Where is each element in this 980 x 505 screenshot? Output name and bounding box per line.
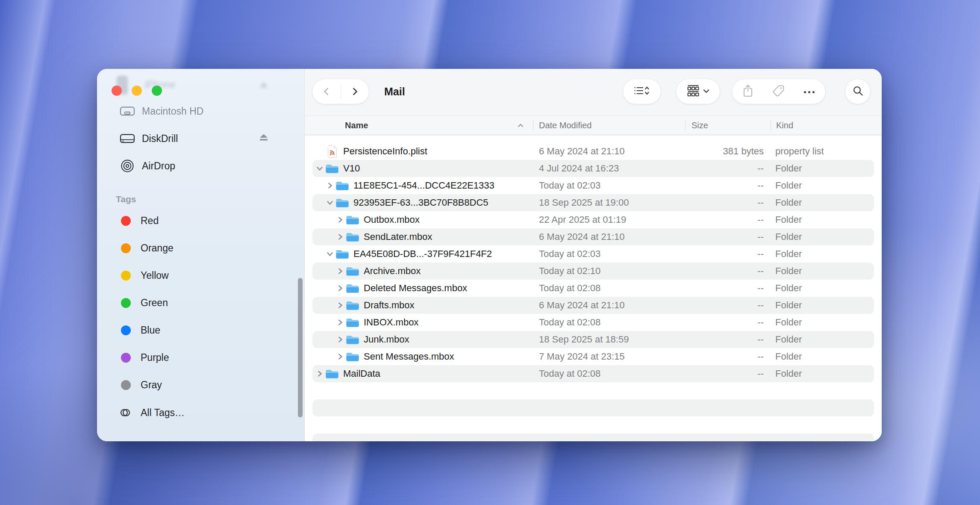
table-row[interactable]: MailDataToday at 02:08--Folder (312, 365, 874, 382)
column-header-date-modified[interactable]: Date Modified (539, 116, 592, 135)
folder-icon (325, 163, 339, 174)
chevron-right-icon[interactable] (335, 284, 346, 292)
list-view-sort-button[interactable] (623, 79, 661, 104)
sidebar-tag-blue[interactable]: Blue (97, 316, 304, 344)
forward-button[interactable] (341, 79, 369, 104)
column-headers: Name Date Modified Size Kind (305, 115, 882, 135)
tag-button[interactable] (772, 85, 785, 99)
chevron-right-icon[interactable] (335, 319, 346, 326)
table-row[interactable]: 923953EF-63...3BC70F8B8DC518 Sep 2025 at… (312, 194, 874, 211)
chevron-right-icon[interactable] (335, 267, 346, 275)
column-header-kind[interactable]: Kind (776, 116, 793, 135)
chevron-right-icon[interactable] (335, 233, 346, 241)
all-tags-label: All Tags… (141, 407, 185, 419)
table-row[interactable]: Junk.mbox18 Sep 2025 at 18:59--Folder (312, 331, 874, 348)
chevron-right-icon[interactable] (335, 353, 346, 360)
sidebar-item-diskdrill[interactable]: DiskDrill (97, 125, 304, 152)
table-row[interactable]: PersistenceInfo.plist6 May 2024 at 21:10… (312, 143, 874, 160)
kind-cell: property list (775, 143, 824, 160)
kind-cell: Folder (775, 331, 802, 348)
table-row[interactable]: Archive.mboxToday at 02:10--Folder (312, 263, 874, 280)
date-modified-cell: 6 May 2024 at 21:10 (539, 228, 625, 245)
sidebar: iPhone Macintosh HDDiskDrillAirDrop Tags… (97, 69, 305, 441)
tag-color-dot (121, 353, 131, 363)
table-row[interactable]: Deleted Messages.mboxToday at 02:08--Fol… (312, 280, 874, 297)
date-modified-cell: 4 Jul 2024 at 16:23 (539, 160, 619, 177)
size-cell: -- (757, 348, 764, 365)
table-row[interactable]: 11E8E5C1-454...DCC4E22E1333Today at 02:0… (312, 177, 874, 194)
empty-row (312, 399, 874, 416)
more-options-button[interactable] (803, 88, 815, 95)
empty-row (312, 416, 874, 434)
folder-icon (335, 248, 349, 260)
chevron-down-icon[interactable] (324, 250, 335, 258)
date-modified-cell: Today at 02:08 (539, 314, 600, 331)
sidebar-tags-header: Tags (116, 194, 136, 204)
eject-icon[interactable] (259, 133, 269, 145)
table-row[interactable]: EA45E08D-DB...-37F9F421F4F2Today at 02:0… (312, 245, 874, 263)
sidebar-tag-gray[interactable]: Gray (97, 371, 304, 399)
file-name: Drafts.mbox (364, 300, 415, 311)
table-row[interactable]: V104 Jul 2024 at 16:23--Folder (312, 160, 874, 177)
chevron-right-icon[interactable] (335, 336, 346, 343)
sidebar-tags: RedOrangeYellowGreenBluePurpleGray (97, 207, 304, 399)
kind-cell: Folder (775, 348, 802, 365)
sidebar-tag-purple[interactable]: Purple (97, 344, 304, 371)
column-divider[interactable] (533, 120, 533, 131)
sidebar-scrollbar[interactable] (298, 278, 303, 417)
chevron-right-icon[interactable] (335, 301, 346, 309)
folder-icon (346, 266, 359, 277)
share-button[interactable] (742, 84, 753, 99)
kind-cell: Folder (775, 177, 802, 194)
sidebar-item-macintosh-hd[interactable]: Macintosh HD (97, 97, 304, 125)
file-name: PersistenceInfo.plist (343, 146, 427, 157)
sidebar-tag-yellow[interactable]: Yellow (97, 262, 304, 289)
close-button[interactable] (112, 86, 122, 96)
table-row[interactable]: Drafts.mbox6 May 2024 at 21:10--Folder (312, 297, 874, 314)
sidebar-tag-green[interactable]: Green (97, 289, 304, 316)
sidebar-ghost-item: iPhone (97, 69, 304, 99)
size-cell: -- (757, 365, 764, 382)
group-view-button[interactable] (676, 79, 720, 104)
table-row[interactable]: INBOX.mboxToday at 02:08--Folder (312, 314, 874, 331)
table-row[interactable]: Sent Messages.mbox7 May 2024 at 23:15--F… (312, 348, 874, 365)
file-name: Junk.mbox (364, 334, 409, 345)
minimize-button[interactable] (132, 86, 142, 96)
chevron-right-icon[interactable] (335, 216, 346, 224)
chevron-right-icon[interactable] (324, 182, 335, 189)
sidebar-tag-orange[interactable]: Orange (97, 234, 304, 262)
kind-cell: Folder (775, 228, 802, 245)
column-divider[interactable] (771, 120, 771, 131)
file-name: Archive.mbox (364, 266, 421, 277)
zoom-button[interactable] (152, 86, 162, 96)
search-icon (852, 85, 864, 98)
sort-ascending-icon (518, 116, 524, 135)
column-header-name[interactable]: Name (345, 116, 368, 135)
chevron-right-icon[interactable] (314, 370, 325, 378)
sidebar-item-airdrop[interactable]: AirDrop (97, 152, 304, 180)
action-buttons (732, 79, 825, 104)
navigation-buttons (312, 79, 369, 104)
tag-label: Blue (141, 325, 160, 336)
table-row[interactable]: Outbox.mbox22 Apr 2025 at 01:19--Folder (312, 211, 874, 228)
size-cell: -- (757, 245, 764, 263)
kind-cell: Folder (775, 160, 802, 177)
back-button[interactable] (313, 79, 341, 104)
search-button[interactable] (845, 79, 870, 104)
date-modified-cell: Today at 02:08 (539, 280, 600, 297)
tag-color-dot (121, 325, 131, 335)
ghost-eject-icon (259, 82, 268, 90)
sidebar-item-all-tags[interactable]: All Tags… (97, 399, 304, 426)
column-divider[interactable] (685, 120, 686, 131)
chevron-down-icon[interactable] (324, 199, 335, 207)
table-row[interactable]: SendLater.mbox6 May 2024 at 21:10--Folde… (312, 228, 874, 245)
sidebar-tag-red[interactable]: Red (97, 207, 304, 234)
kind-cell: Folder (775, 263, 802, 280)
file-name: V10 (343, 163, 360, 174)
folder-icon (335, 180, 349, 191)
date-modified-cell: Today at 02:10 (539, 263, 600, 280)
chevron-down-icon[interactable] (314, 165, 325, 172)
column-header-size[interactable]: Size (692, 116, 708, 135)
tag-color-dot (121, 380, 131, 390)
folder-icon (346, 283, 359, 294)
